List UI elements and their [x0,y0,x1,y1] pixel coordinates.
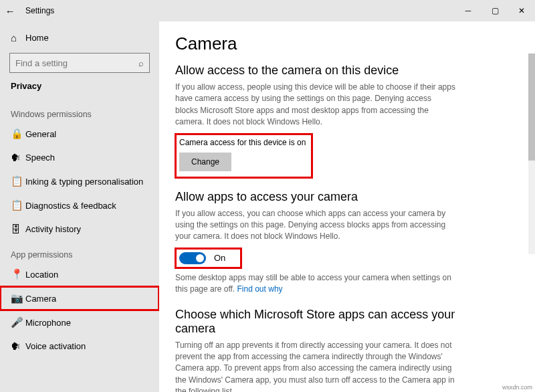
watermark: wsxdn.com [501,384,534,391]
section2-note-text: Some desktop apps may still be able to a… [175,273,451,294]
sidebar: ⌂ Home ⌕ Privacy Windows permissions 🔒Ge… [0,21,159,392]
home-label: Home [25,33,49,43]
group-app-permissions: App permissions [0,241,159,262]
sidebar-item-inking[interactable]: 📋Inking & typing personalisation [0,169,159,193]
inking-icon: 📋 [11,175,25,187]
sidebar-item-speech[interactable]: 🗣Speech [0,146,159,169]
device-access-status: Camera access for this device is on [179,138,306,147]
minimize-button[interactable]: ─ [455,0,481,21]
microphone-icon: 🎤 [11,316,25,328]
feedback-icon: 📋 [11,199,25,211]
sidebar-item-camera[interactable]: 📷Camera [0,286,159,310]
sidebar-item-diagnostics[interactable]: 📋Diagnostics & feedback [0,193,159,217]
sidebar-item-label: General [25,129,56,139]
sidebar-item-label: Inking & typing personalisation [25,177,143,187]
sidebar-item-label: Microphone [25,318,71,328]
sidebar-item-location[interactable]: 📍Location [0,262,159,286]
sidebar-item-voice-activation[interactable]: 🗣Voice activation [0,334,159,358]
location-icon: 📍 [11,268,25,280]
section2-heading: Allow apps to access your camera [175,190,519,204]
search-box[interactable]: ⌕ [9,53,150,73]
scrollbar-track[interactable] [528,54,535,254]
sidebar-item-microphone[interactable]: 🎤Microphone [0,310,159,334]
apps-access-toggle[interactable] [179,252,206,264]
sidebar-item-label: Camera [25,294,56,304]
section3-heading: Choose which Microsoft Store apps can ac… [175,308,456,336]
scrollbar-thumb[interactable] [528,54,535,161]
sidebar-item-label: Activity history [25,224,81,234]
sidebar-item-general[interactable]: 🔒General [0,122,159,146]
sidebar-item-label: Location [25,270,58,280]
page-title: Camera [175,33,519,54]
sidebar-item-activity[interactable]: 🗄Activity history [0,217,159,241]
home-nav[interactable]: ⌂ Home [0,28,159,47]
search-icon: ⌕ [138,58,144,68]
home-icon: ⌂ [11,32,25,43]
search-input[interactable] [15,58,138,68]
lock-icon: 🔒 [11,128,25,140]
toggle-label: On [214,253,225,263]
group-windows-permissions: Windows permissions [0,100,159,122]
section2-note: Some desktop apps may still be able to a… [175,272,456,296]
breadcrumb: Privacy [0,80,159,100]
titlebar: ← Settings ─ ▢ ✕ [0,0,535,21]
sidebar-item-label: Voice activation [25,341,86,351]
change-button[interactable]: Change [179,153,231,171]
voice-icon: 🗣 [11,340,25,352]
toggle-knob [196,254,204,262]
find-out-why-link[interactable]: Find out why [237,284,283,294]
section3-desc: Turning off an app prevents it from dire… [175,340,456,392]
speech-icon: 🗣 [11,152,25,163]
device-access-block: Camera access for this device is on Chan… [175,134,312,178]
content: Camera Allow access to the camera on thi… [159,21,535,392]
section1-heading: Allow access to the camera on this devic… [175,64,519,78]
apps-access-toggle-block: On [175,248,241,268]
section1-desc: If you allow access, people using this d… [175,82,456,128]
section2-desc: If you allow access, you can choose whic… [175,208,456,243]
window-title: Settings [25,6,54,15]
close-button[interactable]: ✕ [508,0,535,21]
back-button[interactable]: ← [0,5,20,17]
sidebar-item-label: Speech [25,153,55,163]
maximize-button[interactable]: ▢ [481,0,508,21]
sidebar-item-label: Diagnostics & feedback [25,201,116,211]
history-icon: 🗄 [11,223,25,235]
camera-icon: 📷 [11,292,25,304]
